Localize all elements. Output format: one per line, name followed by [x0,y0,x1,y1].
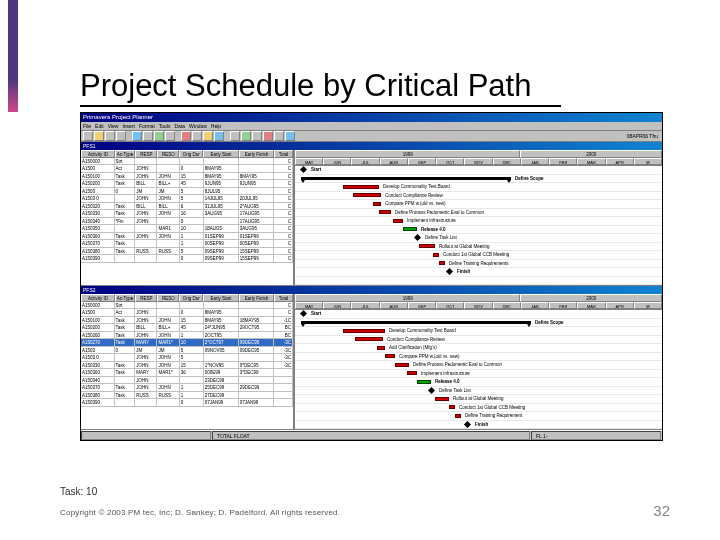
table-row[interactable]: A1503 0JOHNJOHN5-3C [81,354,293,362]
table-row[interactable]: A150380TaskRUSSRUSS127DEC99 [81,392,293,400]
gantt-row[interactable]: Conduct 1st Global CCB Meeting [295,404,662,413]
gantt-row[interactable]: Define Process Pedometric Eval to Common [295,209,662,218]
table-row[interactable]: A150340*FinJOHN017AUG95C [81,218,293,226]
menu-format[interactable]: Format [139,123,155,129]
bar-crit[interactable] [439,261,445,265]
col-early-start[interactable]: Early Start [203,294,239,302]
gantt-row[interactable]: Define Training Requirements [295,260,662,269]
col-activity-id[interactable]: Activity ID [81,150,115,158]
bar-mile[interactable] [300,310,307,317]
table-row[interactable]: A150350MAR11018AUG53AUG95C [81,225,293,233]
table-row[interactable]: A150330TaskJOHNJOHN163AUG9517AUG95C [81,210,293,218]
bar-bar[interactable] [417,380,431,384]
gantt-row[interactable]: Develop Commonality Test Board [295,327,662,336]
gantt-row[interactable]: Conduct Compliance Review [295,192,662,201]
bar-crit[interactable] [433,253,439,257]
menu-tools[interactable]: Tools [159,123,171,129]
table-row[interactable]: A150260TaskJOHNJOHN12OCT95BC [81,332,293,340]
table-row[interactable]: A150370Task100SEP9900SEP99C [81,240,293,248]
gantt-row[interactable]: Add Clarification (Mfg's) [295,344,662,353]
gantt-row[interactable]: Rollout at Global Meeting [295,243,662,252]
gantt-row[interactable]: Define Scope [295,319,662,328]
col-orig-dur[interactable]: Orig Dur [179,294,203,302]
gantt-row[interactable]: Release 4.0 [295,378,662,387]
table-row[interactable]: A150200TaskBILLBILL+459JUN959JUN95C [81,180,293,188]
col-orig-dur[interactable]: Orig Dur [179,150,203,158]
col-early-finish[interactable]: Early Finish [239,294,275,302]
bar-crit[interactable] [385,354,395,358]
bar-crit[interactable] [373,202,381,206]
bar-mile[interactable] [428,386,435,393]
menu-help[interactable]: Help [211,123,221,129]
bar-crit[interactable] [353,193,381,197]
bar-crit[interactable] [377,346,385,350]
toolbar-button[interactable] [83,131,93,141]
toolbar-button[interactable] [154,131,164,141]
toolbar[interactable]: 08APR06 Thu [81,131,662,142]
bar-sum[interactable] [301,177,511,180]
bar-crit[interactable] [395,363,409,367]
col-reso[interactable]: RESO [157,294,179,302]
col-type[interactable]: Ac-Type [115,294,135,302]
gantt-row[interactable]: Define Task List [295,234,662,243]
toolbar-button[interactable] [252,131,262,141]
table-row[interactable]: A150320TaskBILLBILL631JUL952*AUG95C [81,203,293,211]
table-row[interactable]: A150100TaskJOHNJOHN158MAY958MAY95C [81,173,293,181]
bar-crit[interactable] [355,337,383,341]
toolbar-button[interactable] [116,131,126,141]
bar-mile[interactable] [414,234,421,241]
menu-data[interactable]: Data [174,123,185,129]
table-row[interactable]: A150100TaskJOHNJOHN158MAY9518MAY95-1C [81,317,293,325]
bar-crit[interactable] [407,371,417,375]
menu-file[interactable]: File [83,123,91,129]
gantt-row[interactable]: Conduct Compliance Review [295,336,662,345]
bar-crit[interactable] [435,397,449,401]
gantt-pane2[interactable]: 19992000 MAYJUNJULAUGSEPOCTNOVDECJANFEBM… [295,294,662,429]
col-total-float[interactable]: Total Float [274,150,293,158]
toolbar-button[interactable] [203,131,213,141]
gantt-row[interactable]: Compare PPM w.(old vs. new) [295,353,662,362]
bar-crit[interactable] [455,414,461,418]
menu-window[interactable]: Window [189,123,207,129]
table-row[interactable]: A1503 0JOHNJOHN514JUL9520JUL95C [81,195,293,203]
table-row[interactable]: A1500ActJOHN08MAY95C [81,309,293,317]
grid-pane2[interactable]: Activity ID Ac-Type RESP RESO Orig Dur E… [81,294,295,429]
toolbar-button[interactable] [214,131,224,141]
toolbar-button[interactable] [181,131,191,141]
bar-crit[interactable] [379,210,391,214]
bar-mile[interactable] [300,166,307,173]
bar-crit[interactable] [343,185,379,189]
gantt-row[interactable]: Implement Infrastructure [295,370,662,379]
toolbar-button[interactable] [241,131,251,141]
table-row[interactable]: A15030JMJM509NOV9509DEC95-3C [81,347,293,355]
gantt-row[interactable]: Compare PPM w.(old vs. new) [295,200,662,209]
bar-mile[interactable] [446,268,453,275]
table-row[interactable]: A150340JOHN23DEC99 [81,377,293,385]
toolbar-button[interactable] [105,131,115,141]
toolbar-button[interactable] [230,131,240,141]
grid-pane1[interactable]: Activity ID Ac-Type RESP RESO Orig Dur E… [81,150,295,285]
gantt-row[interactable]: Start [295,310,662,319]
gantt-row[interactable]: Finish [295,421,662,430]
bar-crit[interactable] [343,329,385,333]
col-activity-id[interactable]: Activity ID [81,294,115,302]
table-row[interactable]: A150380TaskRUSSRUSS509SEP9915SEP99C [81,248,293,256]
gantt-row[interactable]: Implement Infrastructure [295,217,662,226]
menu-edit[interactable]: Edit [95,123,104,129]
gantt-row[interactable]: Start [295,166,662,175]
toolbar-button[interactable] [263,131,273,141]
col-total-float[interactable]: Total Float [274,294,293,302]
gantt-row[interactable]: Finish [295,268,662,277]
bar-sum[interactable] [301,321,531,324]
gantt-pane1[interactable]: 19992000 MAYJUNJULAUGSEPOCTNOVDECJANFEBM… [295,150,662,285]
toolbar-button[interactable] [132,131,142,141]
table-row[interactable]: A150000StrtC [81,302,293,310]
table-row[interactable]: A150330TaskJOHNJOHN151*NOV950*DEC95-3C [81,362,293,370]
gantt-row[interactable]: Define Training Requirement [295,412,662,421]
menu-insert[interactable]: Insert [122,123,135,129]
table-row[interactable]: A150200TaskBILLBILL+4524*JUN9529OCT95BC [81,324,293,332]
table-row[interactable]: A150390009SEP9915SEP99C [81,255,293,263]
col-reso[interactable]: RESO [157,150,179,158]
col-type[interactable]: Ac-Type [115,150,135,158]
table-row[interactable]: A150390007JAN9907JAN99 [81,399,293,407]
